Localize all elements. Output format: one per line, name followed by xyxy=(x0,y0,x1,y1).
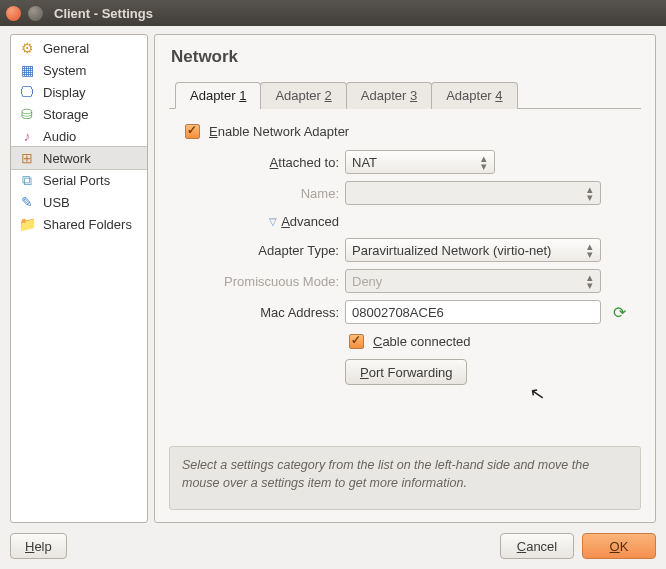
sidebar-icon: ⊞ xyxy=(19,150,35,166)
port-forwarding-button[interactable]: Port Forwarding xyxy=(345,359,467,385)
page-title: Network xyxy=(171,47,641,67)
content-panel: Network Adapter 1Adapter 2Adapter 3Adapt… xyxy=(154,34,656,523)
promiscuous-mode-select: Deny ▴▾ xyxy=(345,269,601,293)
adapter-tabs: Adapter 1Adapter 2Adapter 3Adapter 4 xyxy=(169,81,641,109)
enable-adapter-checkbox[interactable] xyxy=(185,124,200,139)
adapter-type-label: Adapter Type: xyxy=(179,243,339,258)
tab-adapter-2[interactable]: Adapter 2 xyxy=(260,82,346,109)
cancel-button[interactable]: Cancel xyxy=(500,533,574,559)
sidebar-icon: ⛁ xyxy=(19,106,35,122)
name-label: Name: xyxy=(179,186,339,201)
sidebar-item-shared-folders[interactable]: 📁Shared Folders xyxy=(11,213,147,235)
chevron-updown-icon: ▴▾ xyxy=(582,185,598,201)
sidebar-item-usb[interactable]: ✎USB xyxy=(11,191,147,213)
sidebar-icon: ♪ xyxy=(19,128,35,144)
sidebar-item-system[interactable]: ▦System xyxy=(11,59,147,81)
mac-address-input[interactable] xyxy=(345,300,601,324)
cable-connected-checkbox[interactable] xyxy=(349,334,364,349)
mac-address-label: Mac Address: xyxy=(179,305,339,320)
sidebar-icon: ✎ xyxy=(19,194,35,210)
sidebar-item-label: Audio xyxy=(43,129,76,144)
chevron-updown-icon: ▴▾ xyxy=(582,242,598,258)
sidebar-icon: 🖵 xyxy=(19,84,35,100)
sidebar-icon: ⚙ xyxy=(19,40,35,56)
promiscuous-mode-label: Promiscuous Mode: xyxy=(179,274,339,289)
sidebar-item-display[interactable]: 🖵Display xyxy=(11,81,147,103)
sidebar-icon: ▦ xyxy=(19,62,35,78)
attached-to-label: Attached to: xyxy=(179,155,339,170)
minimize-icon[interactable] xyxy=(28,6,43,21)
adapter-type-select[interactable]: Paravirtualized Network (virtio-net) ▴▾ xyxy=(345,238,601,262)
sidebar-item-label: Serial Ports xyxy=(43,173,110,188)
help-button[interactable]: Help xyxy=(10,533,67,559)
attached-to-select[interactable]: NAT ▴▾ xyxy=(345,150,495,174)
dialog-button-bar: Help Cancel OK xyxy=(10,533,656,559)
sidebar-item-label: Display xyxy=(43,85,86,100)
sidebar-item-serial-ports[interactable]: ⧉Serial Ports xyxy=(11,169,147,191)
tab-adapter-4[interactable]: Adapter 4 xyxy=(431,82,517,109)
sidebar-item-label: System xyxy=(43,63,86,78)
chevron-updown-icon: ▴▾ xyxy=(476,154,492,170)
sidebar-item-general[interactable]: ⚙General xyxy=(11,37,147,59)
advanced-toggle[interactable]: ▽Advanced xyxy=(179,212,339,231)
close-icon[interactable] xyxy=(6,6,21,21)
network-form: Enable Network Adapter Attached to: NAT … xyxy=(169,109,641,442)
sidebar-item-label: USB xyxy=(43,195,70,210)
sidebar-icon: ⧉ xyxy=(19,172,35,188)
sidebar-item-label: Network xyxy=(43,151,91,166)
sidebar-icon: 📁 xyxy=(19,216,35,232)
chevron-down-icon: ▽ xyxy=(269,216,277,227)
sidebar-item-audio[interactable]: ♪Audio xyxy=(11,125,147,147)
settings-sidebar: ⚙General▦System🖵Display⛁Storage♪Audio⊞Ne… xyxy=(10,34,148,523)
window-title: Client - Settings xyxy=(54,6,153,21)
enable-adapter-label[interactable]: Enable Network Adapter xyxy=(209,124,349,139)
cable-connected-label[interactable]: Cable connected xyxy=(373,334,471,349)
name-select: ▴▾ xyxy=(345,181,601,205)
sidebar-item-label: Shared Folders xyxy=(43,217,132,232)
hint-box: Select a settings category from the list… xyxy=(169,446,641,510)
sidebar-item-label: Storage xyxy=(43,107,89,122)
sidebar-item-label: General xyxy=(43,41,89,56)
sidebar-item-network[interactable]: ⊞Network xyxy=(11,146,147,170)
sidebar-item-storage[interactable]: ⛁Storage xyxy=(11,103,147,125)
ok-button[interactable]: OK xyxy=(582,533,656,559)
titlebar: Client - Settings xyxy=(0,0,666,26)
refresh-mac-icon[interactable]: ⟳ xyxy=(607,303,631,322)
chevron-updown-icon: ▴▾ xyxy=(582,273,598,289)
tab-adapter-1[interactable]: Adapter 1 xyxy=(175,82,261,109)
tab-adapter-3[interactable]: Adapter 3 xyxy=(346,82,432,109)
